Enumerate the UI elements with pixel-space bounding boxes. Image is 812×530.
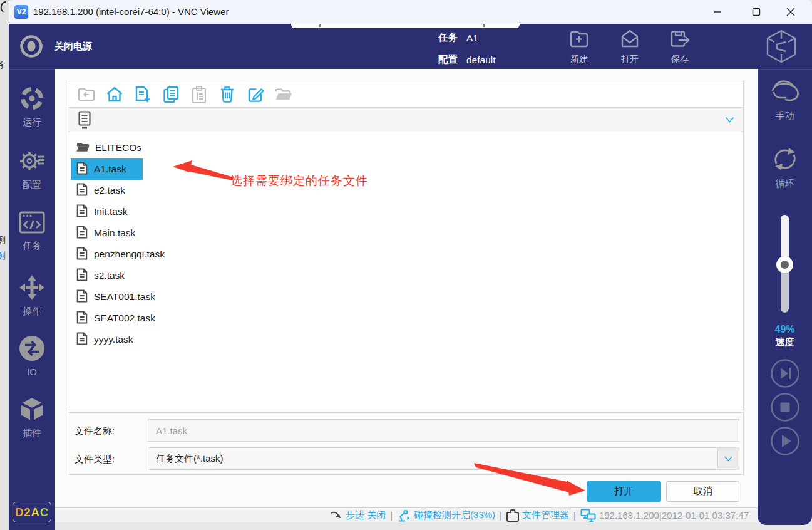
power-label: 关闭电源 bbox=[54, 41, 92, 53]
cancel-button[interactable]: 取消 bbox=[666, 481, 739, 502]
list-item[interactable]: Main.task bbox=[71, 222, 152, 244]
task-config-info: 任务A1 配置default bbox=[438, 29, 496, 68]
background-fragment bbox=[0, 1, 8, 13]
vnc-toolbar-notch[interactable] bbox=[291, 24, 520, 28]
minimize-button[interactable] bbox=[704, 0, 731, 24]
chevron-down-icon bbox=[717, 448, 739, 469]
file-toolbar bbox=[68, 81, 744, 108]
minimize-icon bbox=[713, 8, 722, 16]
list-item[interactable]: SEAT002.task bbox=[71, 308, 172, 329]
close-button[interactable] bbox=[778, 0, 804, 24]
stop-button[interactable] bbox=[769, 392, 801, 423]
chevron-down-icon bbox=[725, 117, 734, 123]
sidebar-item-run[interactable]: 运行 bbox=[9, 85, 55, 128]
file-icon bbox=[76, 161, 88, 178]
path-dropdown[interactable] bbox=[68, 107, 744, 132]
list-item[interactable]: s2.task bbox=[71, 265, 141, 286]
folder-item[interactable]: ELITECOs bbox=[71, 137, 158, 158]
power-icon bbox=[19, 34, 44, 59]
paste-button[interactable] bbox=[190, 86, 208, 103]
open-mail-icon bbox=[619, 28, 641, 50]
file-name-input[interactable] bbox=[148, 419, 739, 442]
file-icon bbox=[76, 289, 88, 306]
collision-status[interactable]: 碰撞检测开启(33%) bbox=[397, 509, 495, 522]
loop-label: 循环 bbox=[758, 178, 812, 190]
right-sidebar: 手动 循环 49% 速度 bbox=[758, 69, 812, 525]
step-mode-status[interactable]: 步进 关闭 bbox=[330, 509, 386, 521]
close-icon bbox=[786, 8, 795, 16]
file-icon bbox=[76, 331, 88, 348]
speed-slider-thumb[interactable] bbox=[776, 256, 793, 273]
sidebar-item-task[interactable]: 任务 bbox=[9, 209, 55, 252]
folder-icon bbox=[76, 141, 90, 155]
task-label: 任务 bbox=[9, 240, 55, 252]
maximize-button[interactable] bbox=[743, 0, 769, 24]
background-fragment: 例 bbox=[0, 234, 6, 246]
new-file-button[interactable] bbox=[134, 86, 152, 103]
list-item[interactable]: e2.task bbox=[71, 180, 141, 201]
file-dialog: ELITECOsA1.taske2.taskInit.taskMain.task… bbox=[55, 69, 758, 522]
operate-label: 操作 bbox=[9, 306, 55, 318]
new-task-button[interactable]: 新建 bbox=[557, 28, 602, 65]
move-arrows-icon bbox=[18, 274, 46, 301]
list-item[interactable]: Init.task bbox=[71, 201, 143, 222]
list-view-icon bbox=[77, 110, 92, 129]
network-monitor-icon bbox=[580, 509, 596, 522]
open-task-button[interactable]: 打开 bbox=[607, 28, 652, 65]
background-fragment: 例 bbox=[0, 250, 6, 262]
task-label: 任务 bbox=[438, 31, 458, 44]
open-folder-button[interactable] bbox=[275, 86, 292, 103]
task-code-icon bbox=[18, 209, 46, 236]
run-label: 运行 bbox=[9, 117, 55, 128]
vnc-app-icon: V2 bbox=[14, 5, 28, 19]
maximize-icon bbox=[752, 8, 761, 16]
gear-icon bbox=[18, 147, 46, 175]
rename-button[interactable] bbox=[247, 86, 264, 103]
speed-label: 速度 bbox=[758, 336, 812, 348]
save-task-button[interactable]: 保存 bbox=[657, 28, 702, 65]
file-icon bbox=[76, 182, 88, 199]
run-icon bbox=[18, 85, 46, 112]
file-icon bbox=[76, 225, 88, 242]
hand-icon bbox=[768, 77, 802, 106]
file-name-label: 文件名称: bbox=[75, 425, 115, 437]
loop-icon bbox=[770, 145, 800, 174]
folder-up-button[interactable] bbox=[78, 86, 95, 103]
file-type-value: 任务文件(*.task) bbox=[156, 453, 224, 465]
list-item[interactable]: penzhengqi.task bbox=[71, 244, 181, 265]
file-list: ELITECOsA1.taske2.taskInit.taskMain.task… bbox=[68, 132, 744, 410]
top-bar: 关闭电源 任务A1 配置default 新建 打开 bbox=[9, 24, 812, 69]
sidebar-item-io[interactable]: IO bbox=[9, 335, 55, 377]
io-label: IO bbox=[9, 366, 55, 377]
vnc-window: V2 192.168.1.200 (intel-corei7-64:0) - V… bbox=[9, 0, 812, 530]
home-button[interactable] bbox=[106, 86, 123, 103]
sidebar-item-config[interactable]: 配置 bbox=[9, 147, 55, 191]
sidebar-item-operate[interactable]: 操作 bbox=[9, 274, 55, 318]
loop-mode-button[interactable]: 循环 bbox=[758, 145, 812, 190]
config-label: 配置 bbox=[9, 179, 55, 191]
speed-percent: 49% bbox=[758, 324, 812, 335]
file-type-select[interactable]: 任务文件(*.task) bbox=[148, 447, 739, 470]
list-item[interactable]: SEAT001.task bbox=[71, 286, 172, 308]
play-button[interactable] bbox=[769, 425, 801, 457]
file-manager-status[interactable]: 文件管理器 bbox=[506, 509, 569, 522]
step-arrow-icon bbox=[330, 510, 342, 521]
list-item[interactable]: yyyy.task bbox=[71, 329, 150, 350]
delete-button[interactable] bbox=[218, 86, 236, 103]
plugin-cube-icon bbox=[18, 395, 46, 423]
manual-mode-button[interactable]: 手动 bbox=[758, 77, 812, 122]
copy-button[interactable] bbox=[162, 86, 180, 103]
manual-label: 手动 bbox=[758, 110, 812, 122]
save-task-label: 保存 bbox=[657, 54, 702, 65]
open-button[interactable]: 打开 bbox=[587, 481, 661, 502]
status-bar: 步进 关闭 | 碰撞检测开启(33%) | 文件管理器 | 192.168.1.… bbox=[55, 507, 758, 522]
step-forward-button[interactable] bbox=[769, 358, 801, 389]
power-button[interactable]: 关闭电源 bbox=[19, 34, 92, 59]
d2ac-label: D2AC bbox=[15, 506, 49, 519]
collision-icon bbox=[397, 509, 411, 522]
list-item[interactable]: A1.task bbox=[71, 158, 143, 180]
sidebar-item-plugin[interactable]: 插件 bbox=[9, 395, 55, 439]
file-icon bbox=[76, 310, 88, 327]
d2ac-badge[interactable]: D2AC bbox=[13, 502, 51, 522]
brand-cube-logo bbox=[765, 29, 798, 64]
